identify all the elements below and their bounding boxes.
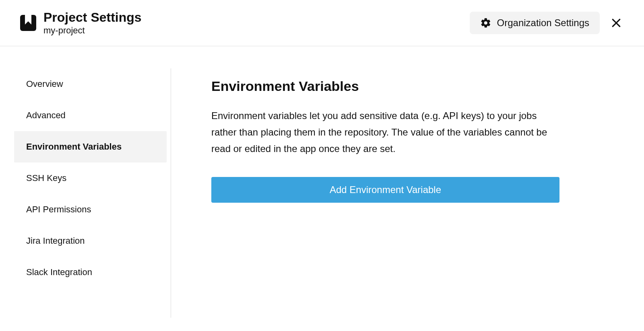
add-environment-variable-label: Add Environment Variable [330,184,441,195]
section-description: Environment variables let you add sensit… [211,108,559,157]
organization-settings-button[interactable]: Organization Settings [470,12,600,34]
sidebar-item-label: Slack Integration [26,267,92,277]
close-button[interactable] [609,15,624,31]
sidebar-item-label: SSH Keys [26,173,66,183]
bookmark-icon [24,15,33,26]
sidebar-item-ssh-keys[interactable]: SSH Keys [14,162,167,194]
organization-settings-label: Organization Settings [497,17,589,29]
project-name: my-project [43,25,142,36]
sidebar-item-label: API Permissions [26,204,91,214]
sidebar: Overview Advanced Environment Variables … [0,68,171,318]
main-content: Environment Variables Environment variab… [171,68,594,318]
header-left: Project Settings my-project [20,10,142,36]
project-icon [20,15,36,31]
sidebar-item-slack-integration[interactable]: Slack Integration [14,257,167,288]
gear-icon [480,17,491,29]
sidebar-item-environment-variables[interactable]: Environment Variables [14,131,167,162]
sidebar-item-label: Jira Integration [26,236,85,246]
section-heading: Environment Variables [211,78,559,94]
sidebar-item-api-permissions[interactable]: API Permissions [14,194,167,225]
sidebar-item-label: Environment Variables [26,142,122,152]
header-right: Organization Settings [470,12,624,34]
header-titles: Project Settings my-project [43,10,142,36]
body: Overview Advanced Environment Variables … [0,46,644,318]
sidebar-item-label: Advanced [26,110,66,120]
sidebar-item-label: Overview [26,79,63,89]
sidebar-item-advanced[interactable]: Advanced [14,100,167,131]
header: Project Settings my-project Organization… [0,0,644,46]
add-environment-variable-button[interactable]: Add Environment Variable [211,177,559,203]
close-icon [611,18,621,28]
sidebar-item-overview[interactable]: Overview [14,68,167,100]
page-title: Project Settings [43,10,142,25]
sidebar-item-jira-integration[interactable]: Jira Integration [14,225,167,257]
